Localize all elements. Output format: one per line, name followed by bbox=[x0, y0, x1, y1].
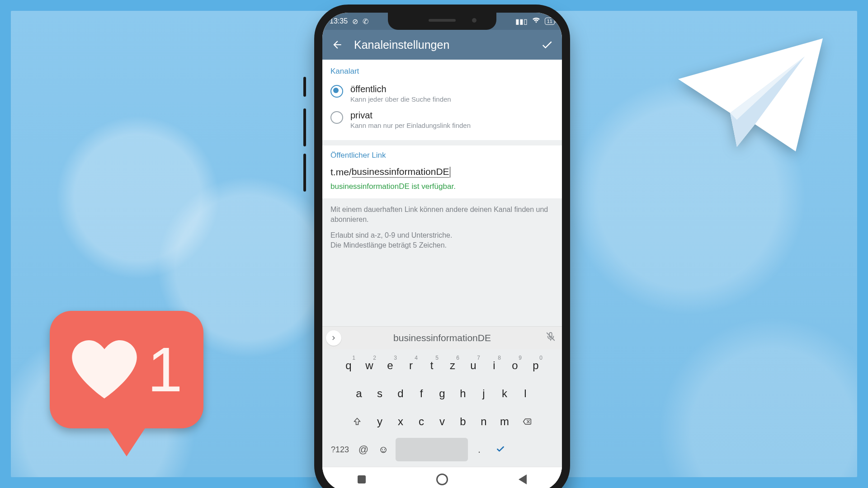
channel-type-section: Kanalart öffentlich Kann jeder über die … bbox=[322, 60, 562, 140]
keyboard-suggestion[interactable]: businessinformationDE bbox=[341, 333, 543, 343]
key-s[interactable]: s bbox=[370, 382, 389, 405]
public-link-username: businessinformationDE bbox=[352, 166, 449, 178]
help-paragraph-1: Mit einem dauerhaften Link können andere… bbox=[330, 205, 554, 224]
at-key[interactable]: @ bbox=[356, 444, 371, 455]
key-b[interactable]: b bbox=[453, 410, 472, 433]
key-t[interactable]: t5 bbox=[422, 354, 441, 377]
like-bubble-icon: 1 bbox=[50, 311, 203, 456]
key-c[interactable]: c bbox=[412, 410, 431, 433]
key-x[interactable]: x bbox=[391, 410, 410, 433]
telegram-plane-icon bbox=[669, 32, 832, 158]
heart-icon bbox=[71, 340, 138, 399]
key-o[interactable]: o9 bbox=[505, 354, 524, 377]
nav-back-button[interactable] bbox=[519, 474, 527, 484]
key-z[interactable]: z6 bbox=[443, 354, 462, 377]
key-m[interactable]: m bbox=[495, 410, 514, 433]
screen: 13:35 ⊘ ✆ ▮▮▯ 11 bbox=[322, 13, 562, 488]
key-u[interactable]: u7 bbox=[464, 354, 483, 377]
key-k[interactable]: k bbox=[495, 382, 514, 405]
radio-public[interactable]: öffentlich Kann jeder über die Suche fin… bbox=[330, 80, 554, 107]
key-d[interactable]: d bbox=[391, 382, 410, 405]
key-p[interactable]: p0 bbox=[526, 354, 545, 377]
key-v[interactable]: v bbox=[433, 410, 452, 433]
battery-indicator: 11 bbox=[545, 18, 555, 25]
status-time: 13:35 bbox=[330, 17, 348, 25]
stage: 1 13:35 ⊘ ✆ ▮▮▯ bbox=[0, 0, 868, 488]
public-link-availability: businessinformationDE ist verfügbar. bbox=[330, 182, 554, 191]
key-n[interactable]: n bbox=[474, 410, 493, 433]
back-button[interactable] bbox=[330, 38, 344, 52]
phone-notch bbox=[388, 13, 496, 30]
public-link-section: Öffentlicher Link t.me/businessinformati… bbox=[322, 145, 562, 198]
app-header: Kanaleinstellungen bbox=[322, 30, 562, 60]
key-l[interactable]: l bbox=[516, 382, 535, 405]
key-j[interactable]: j bbox=[474, 382, 493, 405]
wifi-icon bbox=[532, 17, 540, 25]
radio-private-indicator bbox=[330, 111, 343, 124]
key-g[interactable]: g bbox=[433, 382, 452, 405]
android-nav-bar bbox=[322, 467, 562, 488]
help-paragraph-2: Erlaubt sind a-z, 0-9 und Unterstriche. … bbox=[330, 230, 554, 250]
key-r[interactable]: r4 bbox=[401, 354, 420, 377]
key-a[interactable]: a bbox=[349, 382, 368, 405]
radio-private-sub: Kann man nur per Einladungslink finden bbox=[350, 122, 471, 129]
key-e[interactable]: e3 bbox=[381, 354, 400, 377]
key-f[interactable]: f bbox=[412, 382, 431, 405]
key-i[interactable]: i8 bbox=[485, 354, 504, 377]
radio-public-indicator bbox=[330, 85, 343, 98]
text-caret bbox=[450, 167, 450, 178]
radio-private[interactable]: privat Kann man nur per Einladungslink f… bbox=[330, 107, 554, 133]
key-h[interactable]: h bbox=[453, 382, 472, 405]
like-count: 1 bbox=[147, 338, 183, 401]
keyboard-suggestion-bar: businessinformationDE bbox=[322, 326, 562, 349]
content-area: Kanalart öffentlich Kann jeder über die … bbox=[322, 60, 562, 326]
dnd-icon: ⊘ bbox=[352, 17, 358, 26]
period-key[interactable]: . bbox=[472, 444, 486, 455]
symbols-key[interactable]: ?123 bbox=[329, 445, 351, 455]
public-link-prefix: t.me/ bbox=[330, 167, 352, 178]
key-y[interactable]: y bbox=[370, 410, 389, 433]
emoji-key[interactable]: ☺ bbox=[376, 444, 391, 455]
nav-home-button[interactable] bbox=[436, 474, 448, 485]
phone-mockup: 13:35 ⊘ ✆ ▮▮▯ 11 bbox=[314, 0, 554, 488]
section-title-public-link: Öffentlicher Link bbox=[330, 151, 554, 160]
key-w[interactable]: w2 bbox=[360, 354, 379, 377]
backspace-key[interactable] bbox=[516, 410, 538, 433]
signal-icon: ▮▮▯ bbox=[515, 17, 528, 26]
nav-recent-button[interactable] bbox=[358, 475, 366, 483]
space-key[interactable] bbox=[396, 438, 468, 461]
section-title-channel-type: Kanalart bbox=[330, 67, 554, 76]
mic-muted-icon[interactable] bbox=[543, 332, 558, 344]
key-q[interactable]: q1 bbox=[339, 354, 358, 377]
public-link-input[interactable]: t.me/businessinformationDE bbox=[330, 164, 554, 178]
radio-public-sub: Kann jeder über die Suche finden bbox=[350, 95, 451, 103]
shift-key[interactable] bbox=[346, 410, 368, 433]
keyboard: businessinformationDE q1w2e3r4t5z6u7i8o9… bbox=[322, 326, 562, 488]
enter-key[interactable] bbox=[491, 443, 510, 457]
whatsapp-notif-icon: ✆ bbox=[363, 17, 368, 26]
confirm-button[interactable] bbox=[540, 38, 554, 52]
keyboard-expand-button[interactable] bbox=[326, 330, 341, 346]
help-text-block: Mit einem dauerhaften Link können andere… bbox=[322, 198, 562, 259]
radio-private-label: privat bbox=[350, 110, 471, 121]
page-title: Kanaleinstellungen bbox=[354, 38, 530, 52]
radio-public-label: öffentlich bbox=[350, 84, 451, 94]
